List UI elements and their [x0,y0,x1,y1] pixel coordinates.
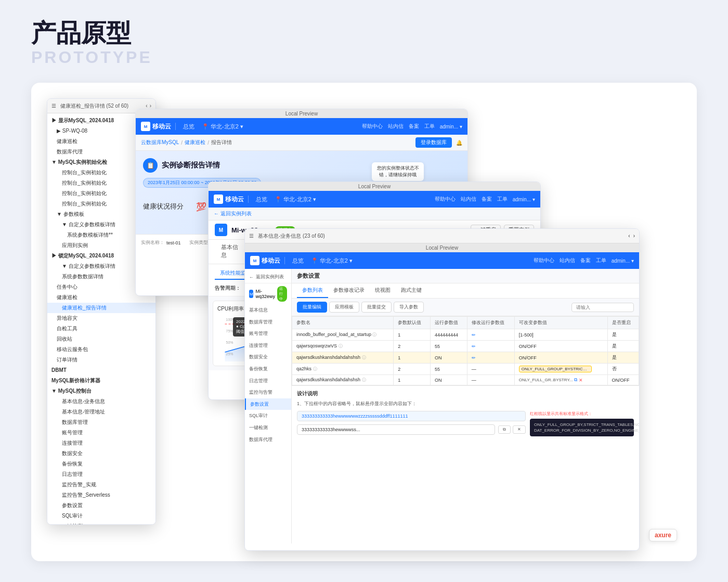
tree-item-one-click[interactable]: 一键检测 [47,521,155,524]
register-db-btn[interactable]: 登录数据库 [415,137,452,148]
location-text: 华北-北京2 ▾ [211,123,243,131]
notes-copy-btn[interactable]: ⧉ [498,425,511,434]
perf-ticket[interactable]: 工单 [497,196,508,203]
tree-item-conn[interactable]: 连接管理 [47,438,155,448]
nav-location[interactable]: 📍 华北-北京2 ▾ [202,123,243,131]
sidebar-next-btn[interactable]: › [150,103,151,109]
row5-clear-btn[interactable]: ✕ [579,378,583,383]
tree-item-recycle[interactable]: 回收站 [47,334,155,344]
notes-reference-box: ONLY_FULL_GROUP_BY,STRICT_TRANS_TABLES,N… [530,419,634,436]
btn-apply-template[interactable]: 应用模板 [329,302,359,313]
params-help[interactable]: 帮助中心 [534,257,554,264]
notes-clear-btn[interactable]: ✕ [513,425,526,434]
nav-filing[interactable]: 备案 [409,123,419,130]
perf-admin[interactable]: admin... ▾ [513,197,535,202]
nav-admin[interactable]: admin... ▾ [440,124,462,130]
row2-default: 2 [394,341,431,352]
side-db-mgmt[interactable]: 数据库管理 [245,316,291,328]
row5-copy-btn[interactable]: ⧉ [574,377,577,383]
side-backup[interactable]: 备份恢复 [245,363,291,375]
tree-item-price-calc[interactable]: MySQL新价格计算器 [47,376,155,386]
tree-item-sql-audit[interactable]: SQL审计 [47,511,155,521]
perf-filing[interactable]: 备案 [482,196,492,203]
tree-item-mgmt-addr[interactable]: 基本信息-管理地址 [47,407,155,417]
perf-msg[interactable]: 站内信 [461,196,476,203]
nav-overview[interactable]: 总览 [180,123,198,131]
tree-item-serverless[interactable]: 监控告警_Serverless [47,490,155,500]
side-conn[interactable]: 连接管理 [245,340,291,352]
tree-item-mysql2[interactable]: ▼ MySQL控制台 [47,386,155,396]
nav-help[interactable]: 帮助中心 [362,123,383,130]
notes-input-2[interactable] [297,424,495,435]
back-arrow: ← [249,275,254,280]
params-right-content: 参数设置 参数列表 参数修改记录 统视图 跑式主键 批量编辑 应用模板 批 [292,269,639,544]
tree-item-tools[interactable]: 自检工具 [47,324,155,334]
side-log[interactable]: 日志管理 [245,375,291,387]
btn-batch-edit[interactable]: 批量编辑 [297,302,327,313]
tree-item-account[interactable]: 账号管理 [47,428,155,438]
tree-item-biz-info[interactable]: 基本信息-业务信息 [47,396,155,407]
params-msg[interactable]: 站内信 [560,257,575,264]
side-monitor[interactable]: 监控与告警 [245,386,291,398]
perf-nav-overview[interactable]: 总览 [253,196,270,203]
col-default: 参数默认值 [394,317,431,329]
health-link[interactable]: 健康巡检 [185,139,205,146]
tree-item-mobile[interactable]: 移动云服务包 [47,344,155,355]
param-tab-history[interactable]: 参数修改记录 [328,283,370,298]
row5-restart: ON/OFF [607,375,639,385]
tree-item-data-sec[interactable]: 数据安全 [47,448,155,459]
params-panel: ☰ 基本信息-业务信息 (23 of 60) ‹ › Local Preview… [244,228,640,551]
cloud-db-link[interactable]: 云数据库MySQL [141,139,179,146]
sidebar-instance-icon: M [249,290,253,298]
param-tab-view[interactable]: 统视图 [370,283,396,298]
params-admin[interactable]: admin... ▾ [612,258,634,264]
param-tab-list[interactable]: 参数列表 [297,283,328,298]
row4-edit: — [467,364,514,375]
row5-info-icon[interactable]: ⓘ [362,378,366,382]
notes-input-1[interactable] [297,411,526,421]
param-tab-key[interactable]: 跑式主键 [396,283,427,298]
btn-batch-submit[interactable]: 批量提交 [361,302,392,313]
tree-item-disaster[interactable]: 异地容灾 [47,313,155,324]
params-ticket[interactable]: 工单 [596,257,606,264]
params-prev[interactable]: ‹ [628,233,630,239]
tree-item-monitor-alarm[interactable]: 监控告警_实规 [47,480,155,490]
side-basic-info[interactable]: 基本信息 [245,304,291,316]
row2-edit-icon[interactable]: ✏ [472,344,476,349]
tree-item-dbmt[interactable]: DBMT [47,365,155,376]
nav-ticket[interactable]: 工单 [424,123,435,130]
params-nav-overview[interactable]: 总览 [289,257,307,265]
back-btn-sidebar[interactable]: ← 返回实例列表 [245,271,291,283]
row3-info-icon[interactable]: ⓘ [362,355,366,360]
params-search-input[interactable] [571,303,634,312]
params-filing[interactable]: 备案 [580,257,591,264]
perf-help[interactable]: 帮助中心 [435,196,456,203]
tree-item-report-active[interactable]: 健康巡检_报告详情 [47,303,155,313]
row1-edit-icon[interactable]: ✏ [472,332,476,338]
side-account[interactable]: 账号管理 [245,328,291,340]
row2-info-icon[interactable]: ⓘ [339,344,343,348]
params-nav-location[interactable]: 📍 华北-北京2 ▾ [311,257,353,265]
row1-info-icon[interactable]: ⓘ [372,332,376,337]
tree-item-log[interactable]: 日志管理 [47,469,155,480]
tree-item-backup[interactable]: 备份恢复 [47,459,155,469]
row4-info-icon[interactable]: ⓘ [313,367,317,371]
side-db-proxy[interactable]: 数据库代理 [245,434,291,446]
params-next[interactable]: › [633,233,635,239]
tree-item-param-set[interactable]: 参数设置 [47,500,155,511]
side-sql-audit[interactable]: SQL审计 [245,410,291,422]
tree-item-order[interactable]: 订单详情 [47,355,155,365]
back-to-list[interactable]: ← 返回实例列表 [214,210,252,217]
sidebar-prev-btn[interactable]: ‹ [146,103,147,109]
row3-edit-icon[interactable]: ✏ [472,355,476,360]
side-data-sec[interactable]: 数据安全 [245,351,291,363]
side-one-click[interactable]: 一键检测 [245,422,291,434]
row3-range: ON/OFF [514,352,607,364]
nav-message[interactable]: 站内信 [388,123,404,130]
btn-import[interactable]: 导入参数 [394,302,424,313]
tree-item-db-mgmt[interactable]: 数据库管理 [47,417,155,428]
page-title-en: PROTOTYPE [31,48,697,67]
side-params-active[interactable]: 参数设置 [245,398,291,410]
params-search-area [571,302,634,313]
perf-nav-location[interactable]: 📍 华北-北京2 ▾ [275,196,316,203]
